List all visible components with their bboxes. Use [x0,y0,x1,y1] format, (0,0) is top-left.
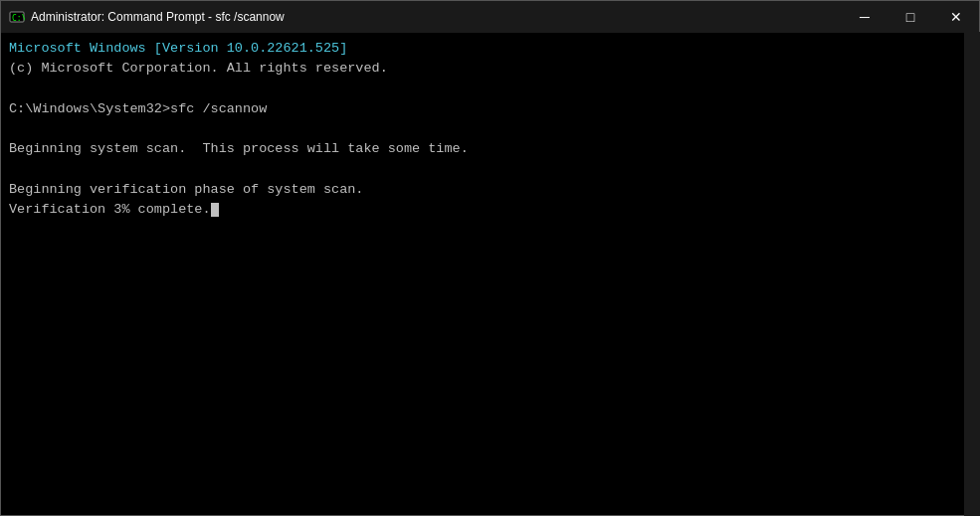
terminal-body: Microsoft Windows [Version 10.0.22621.52… [1,33,979,515]
terminal-line-6: Beginning system scan. This process will… [9,139,971,159]
command-prompt-window: C:\ Administrator: Command Prompt - sfc … [0,0,980,516]
terminal-line-4: C:\Windows\System32>sfc /scannow [9,99,971,119]
title-bar: C:\ Administrator: Command Prompt - sfc … [1,1,979,33]
scrollbar-track [964,32,980,516]
terminal-line-2: (c) Microsoft Corporation. All rights re… [9,59,971,79]
title-bar-text: Administrator: Command Prompt - sfc /sca… [31,10,971,24]
terminal-line-5 [9,119,971,139]
minimize-button[interactable]: ─ [842,1,887,33]
terminal-line-7 [9,160,971,180]
close-button[interactable]: ✕ [933,1,979,33]
title-bar-controls: ─ □ ✕ [842,1,979,33]
svg-text:C:\: C:\ [12,14,25,23]
terminal-line-8: Beginning verification phase of system s… [9,180,971,200]
terminal-line-1: Microsoft Windows [Version 10.0.22621.52… [9,39,971,59]
terminal-line-3 [9,80,971,99]
maximize-button[interactable]: □ [887,1,933,33]
terminal-line-9: Verification 3% complete. [9,200,971,220]
window-icon: C:\ [9,9,25,25]
cursor [211,203,219,217]
